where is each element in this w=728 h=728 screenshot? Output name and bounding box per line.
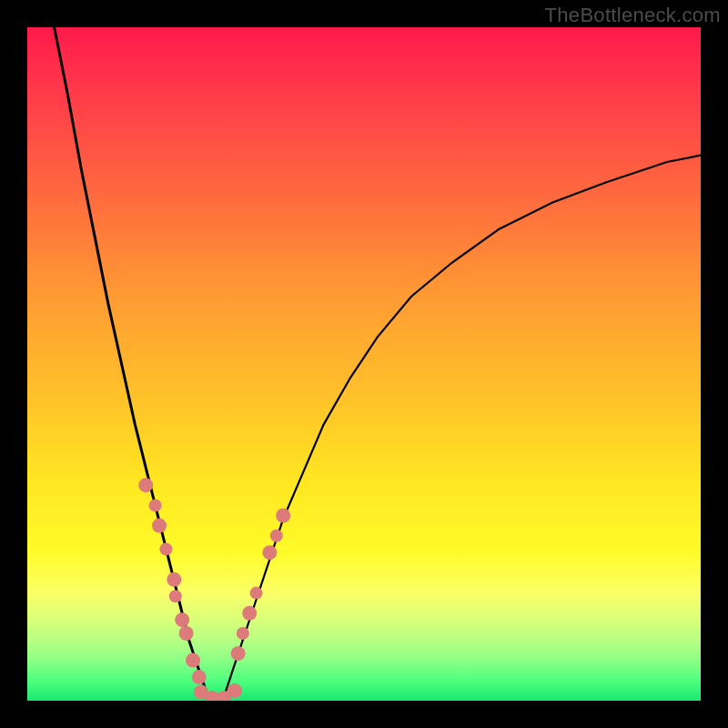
svg-point-5 [169, 590, 182, 602]
chart-frame: TheBottleneck.com [0, 0, 728, 728]
curve-left [55, 27, 209, 701]
watermark-text: TheBottleneck.com [545, 4, 721, 27]
svg-point-14 [231, 646, 246, 661]
svg-point-6 [175, 612, 189, 627]
svg-point-3 [159, 543, 172, 556]
svg-point-15 [237, 627, 249, 640]
chart-svg [27, 27, 701, 701]
svg-point-19 [270, 530, 283, 542]
svg-point-7 [179, 626, 194, 641]
curve-right [223, 156, 701, 701]
svg-point-20 [276, 509, 290, 523]
marker-dots [138, 478, 290, 701]
svg-point-13 [228, 683, 242, 698]
svg-point-1 [149, 499, 162, 511]
svg-point-17 [250, 587, 263, 600]
plot-area [27, 27, 701, 701]
svg-point-16 [242, 606, 257, 621]
svg-point-9 [192, 670, 207, 684]
svg-point-4 [167, 572, 181, 587]
svg-point-18 [262, 545, 277, 560]
svg-point-8 [186, 653, 200, 668]
svg-point-2 [152, 519, 167, 533]
svg-point-0 [138, 478, 153, 492]
